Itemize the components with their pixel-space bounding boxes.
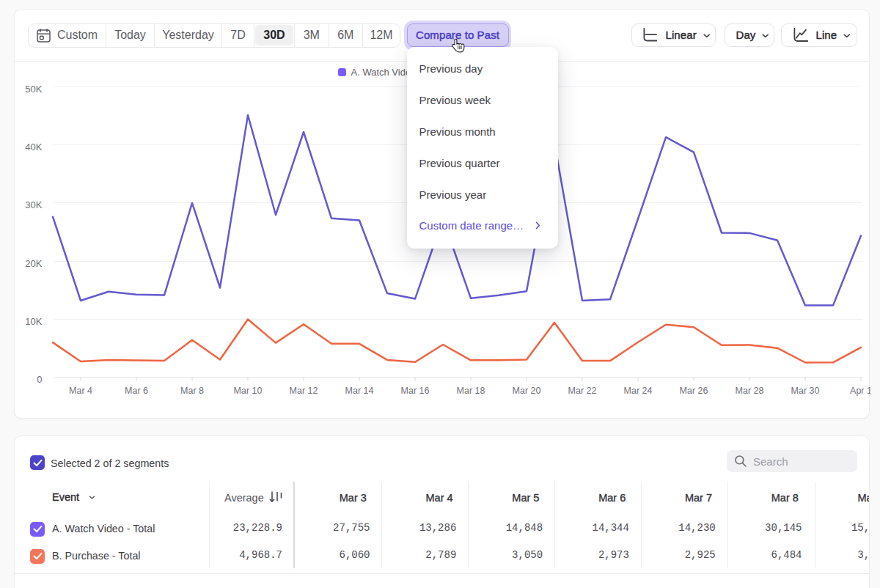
- svg-text:Apr 1: Apr 1: [850, 386, 870, 396]
- svg-text:0: 0: [37, 374, 42, 385]
- svg-text:Mar 18: Mar 18: [457, 386, 485, 396]
- svg-text:Mar 8: Mar 8: [180, 386, 204, 396]
- svg-text:Mar 14: Mar 14: [345, 386, 374, 396]
- svg-text:10K: 10K: [25, 316, 42, 327]
- svg-text:Mar 4: Mar 4: [69, 386, 92, 396]
- svg-text:Mar 10: Mar 10: [234, 386, 263, 396]
- svg-text:Mar 16: Mar 16: [401, 386, 430, 396]
- svg-text:Mar 24: Mar 24: [624, 386, 653, 396]
- svg-text:30K: 30K: [25, 199, 42, 210]
- svg-text:40K: 40K: [25, 142, 42, 152]
- svg-text:Mar 28: Mar 28: [736, 386, 764, 396]
- svg-text:Mar 20: Mar 20: [513, 386, 541, 396]
- svg-text:Mar 30: Mar 30: [791, 386, 820, 396]
- svg-text:50K: 50K: [25, 84, 42, 95]
- svg-text:Mar 6: Mar 6: [125, 386, 148, 396]
- svg-text:Mar 22: Mar 22: [568, 386, 597, 396]
- svg-text:20K: 20K: [25, 258, 42, 269]
- svg-text:Mar 26: Mar 26: [680, 386, 708, 396]
- svg-text:Mar 12: Mar 12: [290, 386, 318, 396]
